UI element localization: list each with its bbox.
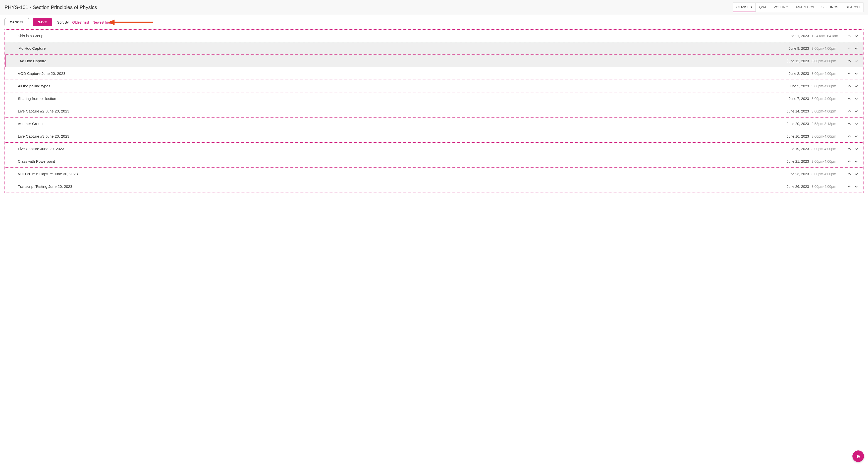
row-date: June 21, 2023 xyxy=(786,159,809,163)
row-reorder-controls xyxy=(847,147,858,151)
group-row[interactable]: This is a GroupJune 21, 202312:41am-1:41… xyxy=(5,30,863,42)
sort-newest-link[interactable]: Newest first xyxy=(92,20,111,24)
move-down-icon[interactable] xyxy=(854,134,858,138)
class-row[interactable]: Live Capture #3 June 20, 2023June 16, 20… xyxy=(5,130,863,143)
row-date: June 21, 2023 xyxy=(786,34,809,38)
row-reorder-controls xyxy=(847,97,858,101)
row-time: 3:00pm-4:00pm xyxy=(811,147,839,151)
nav-tab-polling[interactable]: POLLING xyxy=(770,2,792,12)
row-date: June 23, 2023 xyxy=(786,172,809,176)
nav-tab-qa[interactable]: Q&A xyxy=(755,2,770,12)
save-button[interactable]: SAVE xyxy=(33,18,52,26)
class-row[interactable]: Sharing from collectionJune 7, 20233:00p… xyxy=(5,92,863,105)
move-down-icon[interactable] xyxy=(854,46,858,51)
row-title: Live Capture June 20, 2023 xyxy=(18,147,786,151)
move-up-icon[interactable] xyxy=(847,122,851,126)
move-down-icon[interactable] xyxy=(854,97,858,101)
row-reorder-controls xyxy=(847,84,858,88)
row-time: 3:00pm-4:00pm xyxy=(811,46,839,51)
row-title: This is a Group xyxy=(18,34,786,38)
row-title: Another Group xyxy=(18,122,786,126)
move-up-icon[interactable] xyxy=(847,159,851,163)
group-row[interactable]: Another GroupJune 20, 20232:53pm-3:13pm xyxy=(5,118,863,130)
nav-tab-settings[interactable]: SETTINGS xyxy=(818,2,842,12)
move-down-icon[interactable] xyxy=(854,172,858,176)
row-date: June 26, 2023 xyxy=(786,185,809,189)
class-row[interactable]: Class with PowerpointJune 21, 20233:00pm… xyxy=(5,155,863,168)
row-date: June 12, 2023 xyxy=(786,59,809,63)
class-row[interactable]: VOD 30 min Capture June 30, 2023June 23,… xyxy=(5,168,863,180)
move-up-icon[interactable] xyxy=(847,185,851,189)
move-up-icon[interactable] xyxy=(847,172,851,176)
move-down-icon[interactable] xyxy=(854,84,858,88)
row-title: All the polling types xyxy=(18,84,788,88)
expand-collapse-icon[interactable] xyxy=(18,34,21,37)
row-title: Live Capture #3 June 20, 2023 xyxy=(18,134,786,138)
row-title: Class with Powerpoint xyxy=(18,159,786,163)
row-reorder-controls xyxy=(847,122,858,126)
row-title: Transcript Testing June 20, 2023 xyxy=(18,184,786,189)
class-row[interactable]: Ad Hoc CaptureJune 12, 20233:00pm-4:00pm xyxy=(5,55,863,67)
move-up-icon[interactable] xyxy=(847,147,851,151)
row-time: 3:00pm-4:00pm xyxy=(811,59,839,63)
row-reorder-controls xyxy=(847,71,858,75)
class-row[interactable]: VOD Capture June 20, 2023June 2, 20233:0… xyxy=(5,67,863,80)
nav-tabs: CLASSESQ&APOLLINGANALYTICSSETTINGSSEARCH xyxy=(733,2,864,12)
row-title: Live Capture #2 June 20, 2023 xyxy=(18,109,786,113)
row-time: 3:00pm-4:00pm xyxy=(811,109,839,113)
nav-tab-analytics[interactable]: ANALYTICS xyxy=(792,2,818,12)
row-time: 3:00pm-4:00pm xyxy=(811,97,839,101)
expand-collapse-icon[interactable] xyxy=(18,122,21,125)
row-time: 3:00pm-4:00pm xyxy=(811,84,839,88)
row-date: June 5, 2023 xyxy=(788,84,809,88)
row-title: Sharing from collection xyxy=(18,96,788,101)
class-row[interactable]: Ad Hoc CaptureJune 9, 20233:00pm-4:00pm xyxy=(5,42,863,55)
move-down-icon[interactable] xyxy=(854,71,858,75)
row-reorder-controls xyxy=(847,159,858,163)
toolbar: CANCEL SAVE Sort By Oldest first Newest … xyxy=(0,15,868,29)
row-reorder-controls xyxy=(847,109,858,113)
row-time: 2:53pm-3:13pm xyxy=(811,122,839,126)
sort-oldest-link[interactable]: Oldest first xyxy=(72,20,89,24)
row-title: Ad Hoc Capture xyxy=(19,46,788,51)
row-time: 3:00pm-4:00pm xyxy=(811,185,839,189)
class-row[interactable]: Live Capture #2 June 20, 2023June 14, 20… xyxy=(5,105,863,118)
move-up-icon[interactable] xyxy=(847,59,851,63)
move-up-icon xyxy=(847,46,851,51)
move-up-icon[interactable] xyxy=(847,97,851,101)
move-up-icon[interactable] xyxy=(847,134,851,138)
row-time: 12:41am-1:41am xyxy=(811,34,839,38)
row-date: June 7, 2023 xyxy=(788,97,809,101)
row-time: 3:00pm-4:00pm xyxy=(811,71,839,75)
move-down-icon[interactable] xyxy=(854,122,858,126)
row-date: June 20, 2023 xyxy=(786,122,809,126)
row-title: Ad Hoc Capture xyxy=(20,59,786,63)
cancel-button[interactable]: CANCEL xyxy=(4,18,29,26)
move-up-icon xyxy=(847,34,851,38)
move-up-icon[interactable] xyxy=(847,109,851,113)
row-time: 3:00pm-4:00pm xyxy=(811,134,839,138)
class-row[interactable]: Transcript Testing June 20, 2023June 26,… xyxy=(5,180,863,193)
row-date: June 14, 2023 xyxy=(786,109,809,113)
move-up-icon[interactable] xyxy=(847,84,851,88)
row-title: VOD Capture June 20, 2023 xyxy=(18,71,788,75)
row-reorder-controls xyxy=(847,46,858,51)
row-reorder-controls xyxy=(847,34,858,38)
row-reorder-controls xyxy=(847,172,858,176)
page-title: PHYS-101 - Section Principles of Physics xyxy=(4,4,97,10)
class-row[interactable]: All the polling typesJune 5, 20233:00pm-… xyxy=(5,80,863,92)
move-up-icon[interactable] xyxy=(847,71,851,75)
move-down-icon[interactable] xyxy=(854,34,858,38)
row-reorder-controls xyxy=(847,185,858,189)
annotation-arrow-icon xyxy=(108,19,153,26)
sort-label: Sort By xyxy=(57,20,69,24)
nav-tab-search[interactable]: SEARCH xyxy=(842,2,864,12)
move-down-icon[interactable] xyxy=(854,159,858,163)
move-down-icon[interactable] xyxy=(854,147,858,151)
move-down-icon[interactable] xyxy=(854,109,858,113)
class-row[interactable]: Live Capture June 20, 2023June 19, 20233… xyxy=(5,143,863,155)
nav-tab-classes[interactable]: CLASSES xyxy=(733,2,756,12)
move-down-icon[interactable] xyxy=(854,185,858,189)
row-date: June 19, 2023 xyxy=(786,147,809,151)
row-title: VOD 30 min Capture June 30, 2023 xyxy=(18,172,786,176)
